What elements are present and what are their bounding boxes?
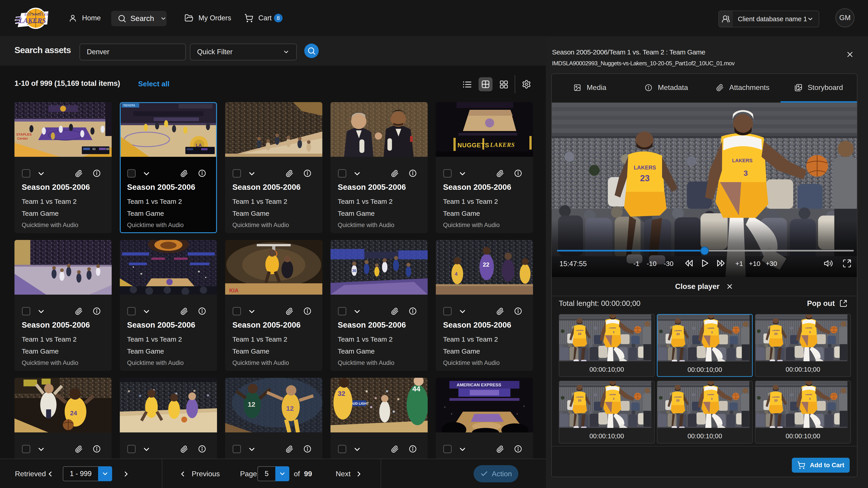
svg-text:LAKERS: LAKERS: [19, 17, 46, 25]
svg-text:LOS ANGELES: LOS ANGELES: [24, 13, 48, 16]
